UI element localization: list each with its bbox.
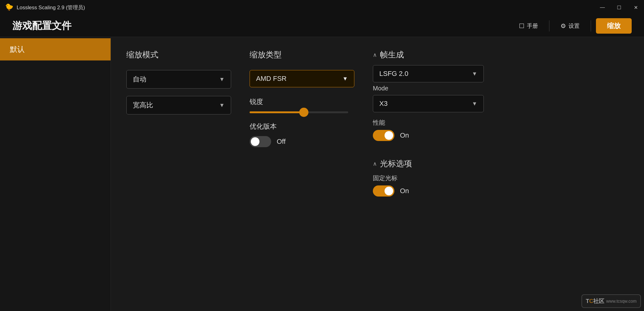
- mode-dropdown-arrow: ▼: [219, 76, 225, 83]
- sharpness-fill: [250, 111, 304, 113]
- main-layout: 默认 缩放模式 自动 ▼ 宽高比 ▼ 缩放类型 AMD FSR ▼ 锐度: [0, 37, 644, 311]
- manual-label: 手册: [527, 22, 538, 30]
- type-dropdown-arrow: ▼: [342, 76, 348, 82]
- optimization-row: Off: [250, 136, 354, 147]
- fixed-cursor-knob: [385, 187, 393, 195]
- performance-toggle[interactable]: [373, 130, 394, 141]
- performance-section: 性能 On: [373, 118, 484, 141]
- frame-gen-title: 帧生成: [380, 49, 404, 60]
- type-dropdown[interactable]: AMD FSR ▼: [250, 70, 354, 87]
- settings-button[interactable]: ⚙ 设置: [554, 20, 586, 32]
- mode-sublabel: Mode: [373, 85, 484, 92]
- close-button[interactable]: ✕: [627, 0, 644, 15]
- aspect-dropdown[interactable]: 宽高比 ▼: [126, 96, 231, 114]
- sharpness-label: 锐度: [250, 97, 354, 106]
- watermark-text: TC社区: [586, 297, 604, 305]
- fixed-cursor-sublabel: 固定光标: [373, 174, 484, 182]
- window-controls: — ☐ ✕: [594, 0, 644, 15]
- fixed-cursor-toggle[interactable]: [373, 185, 394, 197]
- settings-label: 设置: [569, 22, 580, 30]
- scaling-type-column: 缩放类型 AMD FSR ▼ 锐度 优化版本 Off: [250, 49, 354, 299]
- optimization-knob: [251, 137, 259, 146]
- optimization-toggle[interactable]: [250, 136, 271, 147]
- sharpness-thumb[interactable]: [299, 108, 308, 117]
- page-title: 游戏配置文件: [12, 19, 513, 33]
- watermark-url: www.tcsqw.com: [606, 299, 637, 304]
- titlebar: 🐤 Lossless Scaling 2.9 (管理员) — ☐ ✕: [0, 0, 644, 15]
- mode-dropdown[interactable]: 自动 ▼: [126, 70, 231, 89]
- header-actions: ☐ 手册 ⚙ 设置 缩放: [513, 18, 632, 34]
- scale-button[interactable]: 缩放: [596, 18, 632, 34]
- manual-button[interactable]: ☐ 手册: [513, 20, 544, 32]
- performance-knob: [385, 131, 393, 140]
- performance-state-text: On: [400, 131, 409, 139]
- cursor-options-section: ∧ 光标选项 固定光标 On: [373, 158, 484, 197]
- cursor-chevron: ∧: [373, 160, 377, 167]
- scaling-type-title: 缩放类型: [250, 49, 354, 60]
- sharpness-section: 锐度: [250, 97, 354, 114]
- app-icon: 🐤: [5, 3, 14, 12]
- frame-gen-header: ∧ 帧生成: [373, 49, 484, 60]
- watermark-box: TC社区 www.tcsqw.com: [581, 294, 641, 308]
- mode-x3-dropdown[interactable]: X3 ▼: [373, 95, 484, 112]
- optimization-label: 优化版本: [250, 122, 354, 131]
- sidebar-item-default[interactable]: 默认: [0, 38, 111, 60]
- aspect-value: 宽高比: [133, 101, 153, 110]
- watermark-label: 社区: [593, 298, 604, 304]
- lsfg-dropdown-arrow: ▼: [472, 71, 477, 77]
- manual-icon: ☐: [519, 22, 524, 30]
- headerbar: 游戏配置文件 ☐ 手册 ⚙ 设置 缩放: [0, 15, 644, 37]
- app-title: Lossless Scaling 2.9 (管理员): [17, 4, 85, 11]
- optimization-state-text: Off: [277, 138, 286, 146]
- lsfg-dropdown[interactable]: LSFG 2.0 ▼: [373, 65, 484, 82]
- cursor-options-header: ∧ 光标选项: [373, 158, 484, 169]
- scaling-mode-column: 缩放模式 自动 ▼ 宽高比 ▼: [126, 49, 231, 299]
- maximize-button[interactable]: ☐: [611, 0, 627, 15]
- header-divider-2: [591, 20, 591, 31]
- optimization-section: 优化版本 Off: [250, 122, 354, 147]
- mode-x3-value: X3: [379, 100, 388, 108]
- header-divider: [549, 20, 549, 31]
- watermark: TC社区 www.tcsqw.com: [581, 294, 641, 308]
- scaling-mode-title: 缩放模式: [126, 49, 231, 60]
- performance-row: On: [373, 130, 484, 141]
- content-area: 缩放模式 自动 ▼ 宽高比 ▼ 缩放类型 AMD FSR ▼ 锐度: [111, 37, 644, 311]
- sidebar: 默认: [0, 37, 111, 311]
- minimize-button[interactable]: —: [594, 0, 611, 15]
- watermark-c: C: [589, 298, 593, 304]
- mode-value: 自动: [133, 75, 146, 84]
- right-column: ∧ 帧生成 LSFG 2.0 ▼ Mode X3 ▼ 性能: [373, 49, 484, 299]
- watermark-t: T: [586, 298, 589, 304]
- gear-icon: ⚙: [560, 22, 566, 30]
- cursor-options-title: 光标选项: [380, 158, 412, 169]
- lsfg-value: LSFG 2.0: [379, 70, 408, 78]
- frame-generation-section: ∧ 帧生成 LSFG 2.0 ▼ Mode X3 ▼ 性能: [373, 49, 484, 141]
- mode-x3-arrow: ▼: [472, 101, 477, 107]
- performance-sublabel: 性能: [373, 118, 484, 127]
- fixed-cursor-row: On: [373, 185, 484, 197]
- frame-gen-chevron: ∧: [373, 52, 377, 58]
- aspect-dropdown-arrow: ▼: [219, 102, 225, 109]
- type-value: AMD FSR: [256, 75, 287, 83]
- sharpness-track: [250, 111, 348, 113]
- fixed-cursor-state-text: On: [400, 187, 409, 195]
